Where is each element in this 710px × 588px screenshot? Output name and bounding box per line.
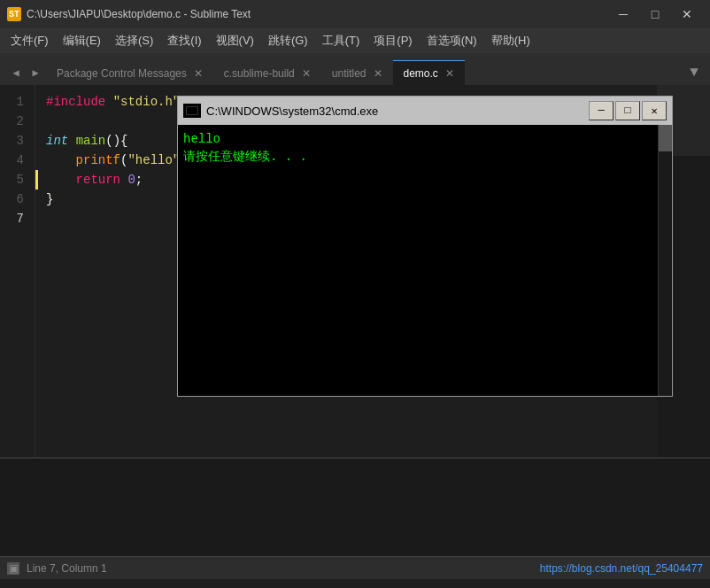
minimize-button[interactable]: ─ (607, 0, 639, 28)
tab-close-demo-c[interactable]: ✕ (445, 68, 454, 79)
cmd-output-hello: hello (183, 130, 667, 148)
menu-file[interactable]: 文件(F) (4, 29, 56, 52)
tab-close-csublime-build[interactable]: ✕ (302, 68, 311, 79)
line-num-7: 7 (4, 209, 31, 228)
cmd-icon (183, 104, 201, 118)
menu-help[interactable]: 帮助(H) (484, 29, 537, 52)
close-button[interactable]: ✕ (671, 0, 703, 28)
app-icon: ST (7, 7, 21, 21)
tab-bar: ◀ ▶ Package Control Messages ✕ c.sublime… (0, 53, 710, 85)
cmd-body: hello 请按任意键继续. . . (178, 125, 672, 396)
title-bar: ST C:\Users\JIAPU\Desktop\demo.c - Subli… (0, 0, 710, 28)
menu-project[interactable]: 项目(P) (367, 29, 419, 52)
menu-preferences[interactable]: 首选项(N) (420, 29, 484, 52)
title-bar-controls: ─ □ ✕ (607, 0, 703, 28)
tab-csublime-build[interactable]: c.sublime-build ✕ (213, 60, 321, 85)
cmd-maximize-button[interactable]: □ (615, 101, 640, 120)
line-num-3: 3 (4, 131, 31, 151)
maximize-button[interactable]: □ (639, 0, 671, 28)
tab-nav-right[interactable]: ▶ (27, 60, 44, 85)
cmd-scrollbar[interactable] (658, 125, 672, 396)
tab-untitled[interactable]: untitled ✕ (321, 60, 393, 85)
line-num-5: 5 (4, 170, 31, 190)
menu-view[interactable]: 视图(V) (209, 29, 261, 52)
menu-bar: 文件(F) 编辑(E) 选择(S) 查找(I) 视图(V) 跳转(G) 工具(T… (0, 28, 710, 53)
status-position: Line 7, Column 1 (27, 562, 107, 575)
line-num-2: 2 (4, 112, 31, 131)
line-num-1: 1 (4, 92, 31, 112)
tab-demo-c[interactable]: demo.c ✕ (393, 60, 465, 85)
menu-tools[interactable]: 工具(T) (315, 29, 367, 52)
tab-close-package-control[interactable]: ✕ (194, 68, 203, 79)
cmd-minimize-button[interactable]: ─ (589, 101, 614, 120)
tab-overflow[interactable]: ▼ (685, 60, 703, 85)
line-num-6: 6 (4, 190, 31, 209)
menu-edit[interactable]: 编辑(E) (56, 29, 108, 52)
status-left: ▣ Line 7, Column 1 (7, 562, 107, 575)
title-bar-left: ST C:\Users\JIAPU\Desktop\demo.c - Subli… (7, 7, 251, 21)
cmd-title-left: C:\WINDOWS\system32\cmd.exe (183, 104, 378, 118)
cmd-output-prompt: 请按任意键继续. . . (183, 148, 667, 166)
cmd-scrollbar-thumb (659, 125, 672, 151)
cmd-window[interactable]: C:\WINDOWS\system32\cmd.exe ─ □ ✕ hello … (177, 96, 673, 397)
line-num-4: 4 (4, 151, 31, 170)
cmd-title-bar[interactable]: C:\WINDOWS\system32\cmd.exe ─ □ ✕ (178, 97, 672, 125)
status-icon: ▣ (7, 562, 19, 575)
tab-package-control[interactable]: Package Control Messages ✕ (46, 60, 213, 85)
menu-find[interactable]: 查找(I) (160, 29, 208, 52)
tab-close-untitled[interactable]: ✕ (374, 68, 382, 79)
menu-select[interactable]: 选择(S) (108, 29, 160, 52)
status-bar: ▣ Line 7, Column 1 https://blog.csdn.net… (0, 556, 710, 579)
menu-goto[interactable]: 跳转(G) (261, 29, 315, 52)
line-numbers: 1 2 3 4 5 6 7 (0, 85, 35, 457)
cmd-close-button[interactable]: ✕ (642, 101, 667, 120)
cmd-title-text: C:\WINDOWS\system32\cmd.exe (206, 104, 378, 118)
bottom-panel (0, 457, 710, 556)
current-line-indicator (35, 170, 38, 190)
tab-nav-left[interactable]: ◀ (7, 60, 25, 85)
cmd-controls: ─ □ ✕ (589, 101, 667, 120)
cmd-icon-inner (186, 106, 198, 115)
window-title: C:\Users\JIAPU\Desktop\demo.c - Sublime … (27, 8, 251, 20)
status-url: https://blog.csdn.net/qq_25404477 (540, 562, 703, 575)
